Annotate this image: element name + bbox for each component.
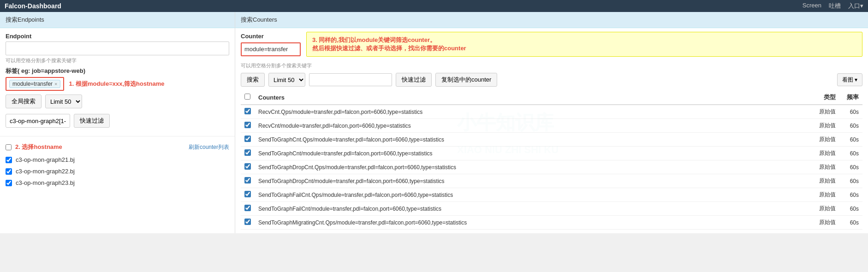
annotation-step1: 1. 根据module=xxx,筛选hostname <box>69 80 164 88</box>
quick-filter-btn[interactable]: 快速过滤 <box>74 114 110 128</box>
counter-row-checkbox[interactable] <box>244 205 251 211</box>
host-list-header-left: 2. 选择hostname <box>6 143 62 151</box>
counter-annotation-text: 3. 同样的,我们以module关键词筛选counter。 然后根据快速过滤、或… <box>312 36 466 53</box>
counter-type-cell: 原始值 <box>812 147 839 160</box>
counter-row-checkbox[interactable] <box>244 122 251 128</box>
endpoint-section: Endpoint 可以用空格分割多个搜索关键字 标签( eg: job=apps… <box>0 28 235 132</box>
counter-type-cell: 原始值 <box>812 160 839 174</box>
counter-name-cell: RecvCnt/module=transfer,pdl=falcon,port=… <box>255 119 812 133</box>
counter-type-cell: 原始值 <box>812 188 839 202</box>
tag-close-btn[interactable]: × <box>54 81 57 87</box>
counter-freq-cell: 60s <box>839 133 862 147</box>
host-checkbox[interactable] <box>6 180 12 186</box>
counter-search-btn[interactable]: 搜索 <box>241 73 265 87</box>
counter-quick-filter-btn[interactable]: 快速过滤 <box>396 73 432 87</box>
counter-table: Counters 类型 频率 RecvCnt.Qps/module=transf… <box>241 90 862 230</box>
table-row: RecvCnt.Qps/module=transfer,pdl=falcon,p… <box>241 105 862 119</box>
table-row: SendToGraphFailCnt/module=transfer,pdl=f… <box>241 202 862 216</box>
right-panel: 搜索Counters Counter module=transfer 3. 同样… <box>235 12 868 233</box>
counter-freq-cell: 60s <box>839 105 862 119</box>
refresh-counter-link[interactable]: 刷新counter列表 <box>189 143 229 151</box>
host-list-item: c3-op-mon-graph22.bj <box>6 166 229 177</box>
host-list-item: c3-op-mon-graph21.bj <box>6 154 229 166</box>
annotation-step3-title: 3. 同样的,我们以module关键词筛选counter。 <box>312 36 466 44</box>
search-btn-row: 全局搜索 Limit 50 <box>6 95 229 108</box>
counter-freq-cell: 60s <box>839 147 862 160</box>
host-list: c3-op-mon-graph21.bjc3-op-mon-graph22.bj… <box>0 154 235 193</box>
col-counters-header: Counters <box>255 90 812 105</box>
counter-type-cell: 原始值 <box>812 174 839 188</box>
counter-freq-cell: 60s <box>839 119 862 133</box>
tag-input-container[interactable]: module=transfer × <box>6 77 64 91</box>
counter-freq-cell: 60s <box>839 202 862 216</box>
global-search-btn[interactable]: 全局搜索 <box>6 95 42 108</box>
counter-row-checkbox[interactable] <box>244 136 251 142</box>
counter-table-header: Counters 类型 频率 <box>241 90 862 105</box>
counter-filter-input[interactable] <box>309 73 392 86</box>
top-nav: Screen 吐槽 入口▾ <box>803 2 863 10</box>
tag-chip: module=transfer × <box>9 80 60 88</box>
counter-row-checkbox[interactable] <box>244 108 251 114</box>
counter-name-cell: SendToGraphFailCnt.Qps/module=transfer,p… <box>255 188 812 202</box>
table-row: RecvCnt/module=transfer,pdl=falcon,port=… <box>241 119 862 133</box>
nav-feedback[interactable]: 吐槽 <box>829 2 841 10</box>
tag-input-row: module=transfer × 1. 根据module=xxx,筛选host… <box>6 77 229 91</box>
table-row: SendToGraphCnt.Qps/module=transfer,pdl=f… <box>241 133 862 147</box>
counter-search-section: 可以用空格分割多个搜索关键字 搜索 Limit 50 快速过滤 复制选中的cou… <box>235 59 868 233</box>
counter-name-cell: SendToGraphMigratingCnt.Qps/module=trans… <box>255 216 812 230</box>
left-panel-header: 搜索Endpoints <box>0 12 235 28</box>
left-panel: 搜索Endpoints Endpoint 可以用空格分割多个搜索关键字 标签( … <box>0 12 235 233</box>
nav-screen[interactable]: Screen <box>803 2 821 10</box>
endpoint-hint: 可以用空格分割多个搜索关键字 <box>6 57 229 64</box>
counter-row-checkbox[interactable] <box>244 177 251 183</box>
col-type-header: 类型 <box>812 90 839 105</box>
counter-name-cell: SendToGraphFailCnt/module=transfer,pdl=f… <box>255 202 812 216</box>
counter-freq-cell: 60s <box>839 174 862 188</box>
hostname-input[interactable] <box>6 114 70 128</box>
select-all-counters-checkbox[interactable] <box>244 94 250 100</box>
table-row: SendToGraphCnt/module=transfer,pdl=falco… <box>241 147 862 160</box>
col-checkbox <box>241 90 255 105</box>
host-list-header: 2. 选择hostname 刷新counter列表 <box>0 140 235 154</box>
counter-row-checkbox[interactable] <box>244 191 251 197</box>
endpoint-input[interactable] <box>6 41 229 55</box>
counter-toolbar: 搜索 Limit 50 快速过滤 复制选中的counter 看图 ▾ <box>241 73 862 87</box>
table-row: SendToGraphDropCnt.Qps/module=transfer,p… <box>241 160 862 174</box>
host-checkbox[interactable] <box>6 157 12 163</box>
hostname-filter-row: 快速过滤 <box>6 114 229 128</box>
tag-label: 标签( eg: job=appstore-web) <box>6 67 229 75</box>
host-name-label: c3-op-mon-graph21.bj <box>16 156 75 163</box>
counter-label: Counter <box>241 33 301 40</box>
counter-tag-value: module=transfer <box>244 46 288 53</box>
table-row: SendToGraphFailCnt.Qps/module=transfer,p… <box>241 188 862 202</box>
copy-selected-counter-btn[interactable]: 复制选中的counter <box>435 73 497 87</box>
host-list-item: c3-op-mon-graph23.bj <box>6 177 229 189</box>
counter-field: Counter module=transfer <box>241 33 301 56</box>
nav-entry[interactable]: 入口▾ <box>848 2 863 10</box>
counter-top-row: Counter module=transfer 3. 同样的,我们以module… <box>235 28 868 59</box>
counter-freq-cell: 60s <box>839 160 862 174</box>
table-row: SendToGraphDropCnt/module=transfer,pdl=f… <box>241 174 862 188</box>
counter-type-cell: 原始值 <box>812 105 839 119</box>
counter-limit-select[interactable]: Limit 50 <box>268 73 305 87</box>
counter-tag-input-container[interactable]: module=transfer <box>241 42 301 56</box>
counter-name-cell: SendToGraphCnt.Qps/module=transfer,pdl=f… <box>255 133 812 147</box>
counter-name-cell: SendToGraphCnt/module=transfer,pdl=falco… <box>255 147 812 160</box>
host-checkbox[interactable] <box>6 168 12 175</box>
limit-select[interactable]: Limit 50 <box>45 95 82 108</box>
right-panel-header: 搜索Counters <box>235 12 868 28</box>
view-chart-btn[interactable]: 看图 ▾ <box>837 73 862 86</box>
top-bar: Falcon-Dashboard Screen 吐槽 入口▾ <box>0 0 868 12</box>
counter-freq-cell: 60s <box>839 216 862 230</box>
host-name-label: c3-op-mon-graph23.bj <box>16 179 75 186</box>
counter-type-cell: 原始值 <box>812 202 839 216</box>
select-all-hosts-checkbox[interactable] <box>6 144 12 150</box>
table-row: SendToGraphMigratingCnt.Qps/module=trans… <box>241 216 862 230</box>
counter-hint: 可以用空格分割多个搜索关键字 <box>241 62 862 69</box>
counter-row-checkbox[interactable] <box>244 219 251 225</box>
counter-row-checkbox[interactable] <box>244 163 251 170</box>
counter-type-cell: 原始值 <box>812 133 839 147</box>
counter-type-cell: 原始值 <box>812 216 839 230</box>
host-name-label: c3-op-mon-graph22.bj <box>16 168 75 175</box>
counter-row-checkbox[interactable] <box>244 149 251 156</box>
